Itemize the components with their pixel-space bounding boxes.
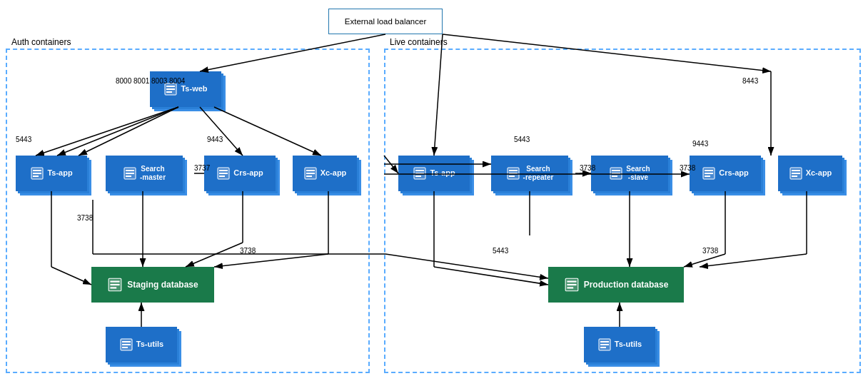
svg-rect-10 <box>126 173 134 174</box>
auth-xc-app-stack: Xc-app <box>293 156 364 197</box>
svg-rect-27 <box>122 347 128 348</box>
svg-rect-47 <box>792 176 797 177</box>
svg-rect-55 <box>600 347 606 348</box>
svg-rect-9 <box>126 170 134 171</box>
svg-rect-41 <box>705 170 713 171</box>
live-search-repeater-stack: Search-repeater <box>491 156 575 197</box>
svg-rect-34 <box>509 173 518 174</box>
live-search-slave: Search-slave <box>591 156 668 191</box>
auth-search-master-stack: Search-master <box>106 156 190 197</box>
svg-rect-21 <box>111 281 120 283</box>
svg-rect-45 <box>792 170 800 171</box>
live-ts-utils-stack: Ts-utils <box>584 327 662 368</box>
svg-rect-33 <box>509 170 518 171</box>
svg-rect-18 <box>306 173 315 174</box>
live-container-label: Live containers <box>390 37 448 47</box>
live-ts-app-stack: Ts-app <box>398 156 477 197</box>
auth-ts-app-stack: Ts-app <box>16 156 94 197</box>
svg-rect-50 <box>567 284 576 285</box>
staging-db: Staging database <box>91 267 214 303</box>
svg-rect-19 <box>306 176 312 177</box>
live-xc-app-stack: Xc-app <box>778 156 849 197</box>
auth-ts-utils: Ts-utils <box>106 327 177 362</box>
live-xc-app: Xc-app <box>778 156 842 191</box>
svg-rect-51 <box>567 287 573 288</box>
port-8443-live: 8443 <box>742 77 758 85</box>
auth-ts-utils-stack: Ts-utils <box>106 327 184 368</box>
port-3738-live1: 3738 <box>580 164 595 172</box>
svg-rect-43 <box>705 176 710 177</box>
port-5443-live2: 5443 <box>493 247 508 255</box>
external-load-balancer: External load balancer <box>328 9 443 34</box>
svg-rect-13 <box>219 170 228 171</box>
svg-rect-1 <box>166 86 175 87</box>
svg-rect-3 <box>166 91 172 93</box>
svg-rect-14 <box>219 173 228 174</box>
svg-rect-2 <box>166 88 175 90</box>
port-5443-live1: 5443 <box>514 136 530 143</box>
svg-rect-6 <box>33 173 41 174</box>
auth-search-master: Search-master <box>106 156 183 191</box>
port-3738-live3: 3738 <box>702 247 718 255</box>
svg-rect-17 <box>306 170 315 171</box>
svg-rect-39 <box>612 176 617 177</box>
svg-rect-35 <box>509 176 515 177</box>
port-9443-live: 9443 <box>692 140 708 148</box>
live-search-slave-stack: Search-slave <box>591 156 675 197</box>
auth-container-label: Auth containers <box>11 37 71 47</box>
auth-crs-app: Crs-app <box>204 156 276 191</box>
svg-rect-53 <box>600 341 609 342</box>
svg-rect-22 <box>111 284 120 285</box>
svg-rect-11 <box>126 176 131 177</box>
elb-label: External load balancer <box>345 17 426 26</box>
port-8000-label: 8000 8001 8003 8004 <box>116 77 185 85</box>
svg-rect-26 <box>122 344 131 345</box>
port-3738-live2: 3738 <box>680 164 695 172</box>
svg-rect-30 <box>415 173 424 174</box>
port-3737-auth: 3737 <box>194 164 210 172</box>
svg-rect-23 <box>111 287 117 288</box>
svg-rect-42 <box>705 173 713 174</box>
svg-rect-25 <box>122 341 131 342</box>
diagram: External load balancer Auth containers L… <box>0 0 868 391</box>
svg-rect-37 <box>612 170 620 171</box>
svg-rect-7 <box>33 176 39 177</box>
svg-rect-38 <box>612 173 620 174</box>
port-3738-auth1: 3738 <box>77 214 93 222</box>
live-ts-app: Ts-app <box>398 156 470 191</box>
port-3738-auth2: 3738 <box>240 247 256 255</box>
live-ts-utils: Ts-utils <box>584 327 655 362</box>
port-9443-auth: 9443 <box>207 136 223 143</box>
svg-rect-49 <box>567 281 576 283</box>
live-container-box: Live containers <box>384 49 861 373</box>
svg-rect-54 <box>600 344 609 345</box>
live-crs-app: Crs-app <box>690 156 761 191</box>
svg-rect-5 <box>33 170 41 171</box>
svg-rect-15 <box>219 176 225 177</box>
auth-ts-app: Ts-app <box>16 156 87 191</box>
production-db: Production database <box>548 267 684 303</box>
auth-xc-app: Xc-app <box>293 156 357 191</box>
port-5443-auth: 5443 <box>16 136 31 143</box>
live-search-repeater: Search-repeater <box>491 156 568 191</box>
svg-rect-31 <box>415 176 421 177</box>
live-crs-app-stack: Crs-app <box>690 156 768 197</box>
auth-crs-app-stack: Crs-app <box>204 156 283 197</box>
svg-rect-46 <box>792 173 800 174</box>
svg-rect-29 <box>415 170 424 171</box>
